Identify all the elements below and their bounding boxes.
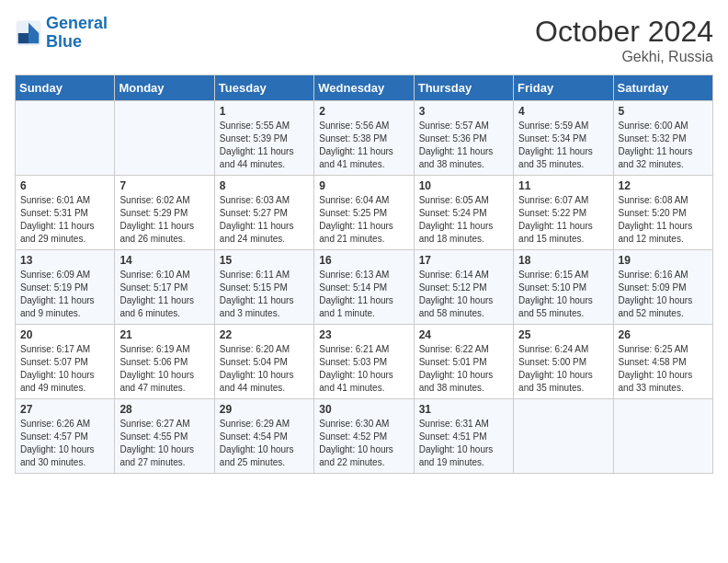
- day-info: Sunrise: 6:31 AMSunset: 4:51 PMDaylight:…: [419, 418, 508, 469]
- calendar-cell: 3Sunrise: 5:57 AMSunset: 5:36 PMDaylight…: [414, 101, 513, 176]
- calendar-cell: 29Sunrise: 6:29 AMSunset: 4:54 PMDayligh…: [214, 399, 313, 474]
- calendar-cell: 12Sunrise: 6:08 AMSunset: 5:20 PMDayligh…: [613, 176, 712, 250]
- calendar-table: SundayMondayTuesdayWednesdayThursdayFrid…: [15, 75, 713, 474]
- day-info: Sunrise: 6:30 AMSunset: 4:52 PMDaylight:…: [319, 418, 408, 469]
- day-info: Sunrise: 6:29 AMSunset: 4:54 PMDaylight:…: [220, 418, 309, 469]
- day-number: 14: [119, 254, 209, 267]
- calendar-cell: 1Sunrise: 5:55 AMSunset: 5:39 PMDaylight…: [214, 101, 313, 176]
- day-info: Sunrise: 6:14 AMSunset: 5:12 PMDaylight:…: [419, 269, 508, 320]
- month-title: October 2024: [535, 15, 713, 49]
- day-number: 23: [319, 328, 408, 341]
- calendar-cell: 25Sunrise: 6:24 AMSunset: 5:00 PMDayligh…: [514, 325, 613, 399]
- day-info: Sunrise: 5:57 AMSunset: 5:36 PMDaylight:…: [419, 120, 508, 171]
- day-info: Sunrise: 6:17 AMSunset: 5:07 PMDaylight:…: [20, 343, 109, 395]
- calendar-cell: 23Sunrise: 6:21 AMSunset: 5:03 PMDayligh…: [314, 325, 414, 399]
- day-number: 3: [419, 105, 508, 118]
- day-info: Sunrise: 6:19 AMSunset: 5:06 PMDaylight:…: [119, 343, 209, 395]
- day-number: 7: [119, 179, 209, 192]
- day-number: 29: [220, 403, 309, 416]
- calendar-cell: 8Sunrise: 6:03 AMSunset: 5:27 PMDaylight…: [214, 176, 313, 250]
- week-row-4: 20Sunrise: 6:17 AMSunset: 5:07 PMDayligh…: [16, 325, 713, 399]
- day-info: Sunrise: 6:09 AMSunset: 5:19 PMDaylight:…: [20, 269, 109, 320]
- day-number: 11: [518, 179, 608, 192]
- calendar-cell: 4Sunrise: 5:59 AMSunset: 5:34 PMDaylight…: [514, 101, 613, 176]
- calendar-cell: [514, 399, 613, 474]
- week-row-1: 1Sunrise: 5:55 AMSunset: 5:39 PMDaylight…: [16, 101, 713, 176]
- day-header-sunday: Sunday: [16, 75, 115, 101]
- day-header-wednesday: Wednesday: [314, 75, 414, 101]
- day-info: Sunrise: 6:02 AMSunset: 5:29 PMDaylight:…: [119, 194, 209, 246]
- day-number: 27: [20, 403, 109, 416]
- day-number: 17: [419, 254, 508, 267]
- header: General Blue October 2024 Gekhi, Russia: [15, 15, 713, 65]
- day-info: Sunrise: 6:13 AMSunset: 5:14 PMDaylight:…: [319, 269, 408, 320]
- location-title: Gekhi, Russia: [535, 49, 713, 65]
- day-info: Sunrise: 6:21 AMSunset: 5:03 PMDaylight:…: [319, 343, 408, 395]
- day-number: 16: [319, 254, 408, 267]
- day-number: 1: [220, 105, 309, 118]
- calendar-cell: [115, 101, 214, 176]
- calendar-cell: 9Sunrise: 6:04 AMSunset: 5:25 PMDaylight…: [314, 176, 414, 250]
- day-info: Sunrise: 6:01 AMSunset: 5:31 PMDaylight:…: [20, 194, 109, 246]
- day-info: Sunrise: 5:59 AMSunset: 5:34 PMDaylight:…: [518, 120, 608, 171]
- day-number: 12: [619, 179, 708, 192]
- day-number: 2: [319, 105, 408, 118]
- calendar-cell: 5Sunrise: 6:00 AMSunset: 5:32 PMDaylight…: [613, 101, 712, 176]
- day-header-tuesday: Tuesday: [214, 75, 313, 101]
- logo-icon: [15, 19, 42, 47]
- day-header-monday: Monday: [115, 75, 214, 101]
- logo-text: General Blue: [46, 15, 108, 52]
- svg-marker-3: [18, 33, 28, 43]
- day-info: Sunrise: 6:04 AMSunset: 5:25 PMDaylight:…: [319, 194, 408, 246]
- day-info: Sunrise: 6:08 AMSunset: 5:20 PMDaylight:…: [619, 194, 708, 246]
- day-number: 28: [119, 403, 209, 416]
- day-info: Sunrise: 5:56 AMSunset: 5:38 PMDaylight:…: [319, 120, 408, 171]
- week-row-3: 13Sunrise: 6:09 AMSunset: 5:19 PMDayligh…: [16, 250, 713, 325]
- week-row-2: 6Sunrise: 6:01 AMSunset: 5:31 PMDaylight…: [16, 176, 713, 250]
- day-number: 6: [20, 179, 109, 192]
- calendar-cell: 21Sunrise: 6:19 AMSunset: 5:06 PMDayligh…: [115, 325, 214, 399]
- logo: General Blue: [15, 15, 108, 52]
- day-info: Sunrise: 6:07 AMSunset: 5:22 PMDaylight:…: [518, 194, 608, 246]
- day-number: 20: [20, 328, 109, 341]
- calendar-cell: 24Sunrise: 6:22 AMSunset: 5:01 PMDayligh…: [414, 325, 513, 399]
- day-info: Sunrise: 6:20 AMSunset: 5:04 PMDaylight:…: [220, 343, 309, 395]
- calendar-cell: 11Sunrise: 6:07 AMSunset: 5:22 PMDayligh…: [514, 176, 613, 250]
- day-number: 24: [419, 328, 508, 341]
- day-number: 5: [619, 105, 708, 118]
- day-number: 30: [319, 403, 408, 416]
- calendar-cell: 22Sunrise: 6:20 AMSunset: 5:04 PMDayligh…: [214, 325, 313, 399]
- day-info: Sunrise: 6:25 AMSunset: 4:58 PMDaylight:…: [619, 343, 708, 395]
- page-container: General Blue October 2024 Gekhi, Russia …: [15, 15, 713, 474]
- day-number: 18: [518, 254, 608, 267]
- day-info: Sunrise: 6:11 AMSunset: 5:15 PMDaylight:…: [220, 269, 309, 320]
- calendar-cell: 31Sunrise: 6:31 AMSunset: 4:51 PMDayligh…: [414, 399, 513, 474]
- day-number: 8: [220, 179, 309, 192]
- day-number: 19: [619, 254, 708, 267]
- calendar-cell: 16Sunrise: 6:13 AMSunset: 5:14 PMDayligh…: [314, 250, 414, 325]
- day-number: 9: [319, 179, 408, 192]
- calendar-cell: 30Sunrise: 6:30 AMSunset: 4:52 PMDayligh…: [314, 399, 414, 474]
- svg-marker-2: [28, 33, 39, 43]
- calendar-cell: 7Sunrise: 6:02 AMSunset: 5:29 PMDaylight…: [115, 176, 214, 250]
- calendar-cell: 17Sunrise: 6:14 AMSunset: 5:12 PMDayligh…: [414, 250, 513, 325]
- calendar-cell: 10Sunrise: 6:05 AMSunset: 5:24 PMDayligh…: [414, 176, 513, 250]
- calendar-cell: [613, 399, 712, 474]
- calendar-cell: 6Sunrise: 6:01 AMSunset: 5:31 PMDaylight…: [16, 176, 115, 250]
- calendar-cell: 26Sunrise: 6:25 AMSunset: 4:58 PMDayligh…: [613, 325, 712, 399]
- calendar-cell: 2Sunrise: 5:56 AMSunset: 5:38 PMDaylight…: [314, 101, 414, 176]
- day-info: Sunrise: 6:15 AMSunset: 5:10 PMDaylight:…: [518, 269, 608, 320]
- day-number: 13: [20, 254, 109, 267]
- logo-line1: General: [46, 14, 108, 32]
- day-info: Sunrise: 6:05 AMSunset: 5:24 PMDaylight:…: [419, 194, 508, 246]
- week-row-5: 27Sunrise: 6:26 AMSunset: 4:57 PMDayligh…: [16, 399, 713, 474]
- day-info: Sunrise: 6:22 AMSunset: 5:01 PMDaylight:…: [419, 343, 508, 395]
- calendar-cell: 28Sunrise: 6:27 AMSunset: 4:55 PMDayligh…: [115, 399, 214, 474]
- calendar-cell: 27Sunrise: 6:26 AMSunset: 4:57 PMDayligh…: [16, 399, 115, 474]
- calendar-cell: [16, 101, 115, 176]
- calendar-cell: 19Sunrise: 6:16 AMSunset: 5:09 PMDayligh…: [613, 250, 712, 325]
- day-header-friday: Friday: [514, 75, 613, 101]
- day-number: 10: [419, 179, 508, 192]
- day-number: 4: [518, 105, 608, 118]
- day-info: Sunrise: 6:03 AMSunset: 5:27 PMDaylight:…: [220, 194, 309, 246]
